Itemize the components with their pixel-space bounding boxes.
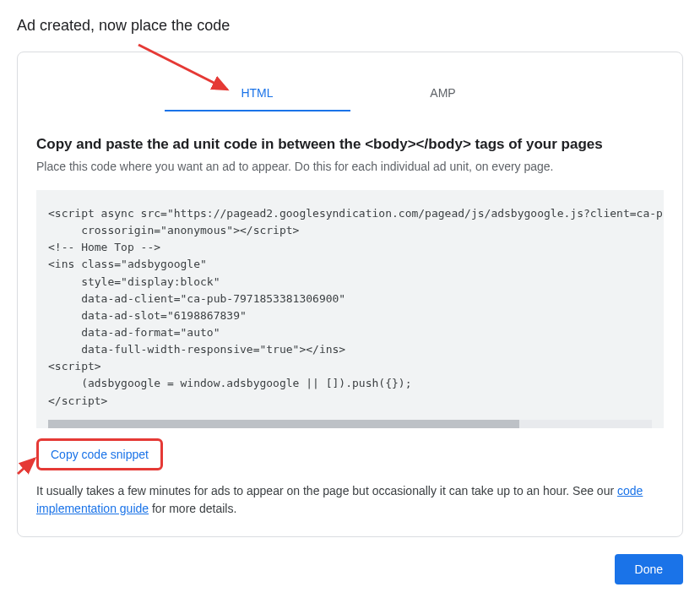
card: HTML AMP Copy and paste the ad unit code… [17,52,683,537]
tab-amp[interactable]: AMP [350,76,536,111]
scrollbar[interactable] [48,420,652,428]
code-text: <script async src="https://pagead2.googl… [48,207,663,407]
scrollbar-thumb[interactable] [48,420,519,428]
content: Copy and paste the ad unit code in betwe… [18,112,682,536]
helper-text: It usually takes a few minutes for ads t… [36,482,664,518]
code-box[interactable]: <script async src="https://pagead2.googl… [36,190,664,428]
helper-post: for more details. [149,502,236,515]
instruction-heading: Copy and paste the ad unit code in betwe… [36,136,664,153]
copy-button-highlight: Copy code snippet [36,438,163,470]
svg-line-1 [18,459,35,474]
footer: Done [17,554,683,584]
tabs: HTML AMP [18,76,682,112]
page-title: Ad created, now place the code [17,17,683,35]
done-button[interactable]: Done [615,554,683,584]
tab-html[interactable]: HTML [165,76,350,111]
instruction-subtext: Place this code where you want an ad to … [36,160,664,173]
copy-code-button[interactable]: Copy code snippet [42,443,157,466]
helper-pre: It usually takes a few minutes for ads t… [36,484,617,497]
